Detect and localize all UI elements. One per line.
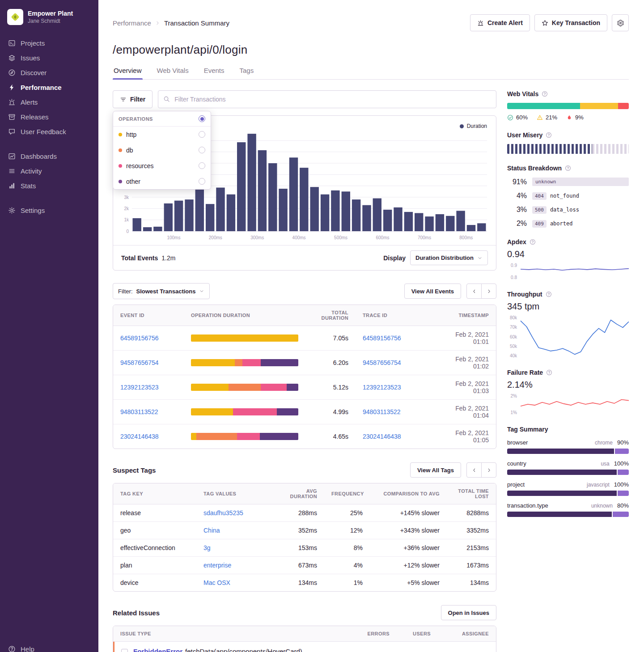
line-chart (520, 263, 629, 280)
tab-tags[interactable]: Tags (239, 67, 255, 79)
sidebar-item-releases[interactable]: Releases (0, 110, 98, 124)
settings-icon (8, 207, 16, 214)
trace-id-link[interactable]: 94803113522 (363, 408, 401, 415)
breadcrumb-performance[interactable]: Performance (113, 19, 151, 27)
tag-value-link[interactable]: 3g (203, 544, 211, 551)
frequency-cell: 25% (324, 504, 370, 521)
event-id-link[interactable]: 94587656754 (120, 359, 159, 366)
issue-checkbox[interactable] (121, 649, 128, 652)
tags-next-button[interactable] (481, 462, 496, 478)
failure-rate-section: Failure Rate 2.14% 2%1% (507, 369, 629, 415)
issue-type-link[interactable]: ForbiddenError (133, 648, 182, 652)
operation-item-resources[interactable]: resources (113, 158, 211, 174)
dashboards-icon (8, 152, 16, 160)
total-duration-cell: 4.99s (305, 403, 356, 420)
event-row: 230241464384.65s23024146438Feb 2, 2021 0… (113, 424, 496, 449)
svg-text:500ms: 500ms (334, 235, 347, 240)
key-transaction-button[interactable]: Key Transaction (534, 14, 607, 31)
events-prev-button[interactable] (466, 284, 482, 299)
sidebar-item-settings[interactable]: Settings (0, 203, 98, 218)
operations-dropdown: OPERATIONS httpdbresourcesother (113, 111, 211, 190)
open-in-issues-button[interactable]: Open in Issues (441, 605, 496, 620)
question-icon[interactable] (542, 91, 548, 97)
event-id-link[interactable]: 64589156756 (120, 334, 159, 342)
tags-prev-button[interactable] (466, 462, 482, 478)
filter-icon (120, 96, 127, 103)
sidebar-item-stats[interactable]: Stats (0, 178, 98, 193)
view-all-events-button[interactable]: View All Events (404, 284, 461, 299)
sidebar-item-performance[interactable]: Performance (0, 80, 98, 95)
event-id-link[interactable]: 94803113522 (120, 408, 158, 415)
tag-summary-key: project (507, 481, 525, 488)
web-vitals-stat: 60% (507, 114, 528, 121)
filter-row: Filter OPERATIONS httpdbresourcesother (113, 90, 496, 108)
side-column: Web Vitals 60%21%9% User Misery (507, 90, 629, 652)
status-code: 500 (532, 206, 547, 214)
status-row-not-found: 4%404not_found (507, 192, 629, 200)
releases-icon (8, 113, 16, 121)
chevron-right-icon (486, 467, 492, 473)
operation-radio[interactable] (199, 162, 205, 169)
web-vitals-segment-poor (618, 103, 629, 109)
operation-radio[interactable] (199, 178, 205, 185)
throughput-title: Throughput (507, 291, 542, 298)
sidebar-item-activity[interactable]: Activity (0, 164, 98, 178)
trace-id-link[interactable]: 12392123523 (363, 384, 401, 391)
sidebar-item-issues[interactable]: Issues (0, 51, 98, 65)
filter-button[interactable]: Filter (113, 90, 153, 108)
events-filter-label: Filter: (118, 288, 133, 295)
operation-item-other[interactable]: other (113, 174, 211, 189)
operations-all-radio[interactable] (199, 115, 205, 122)
question-icon[interactable] (565, 165, 571, 171)
operations-dropdown-header[interactable]: OPERATIONS (113, 111, 211, 127)
events-col-header: OPERATION DURATION (184, 308, 305, 323)
event-id-link[interactable]: 23024146438 (120, 433, 159, 440)
tab-events[interactable]: Events (203, 67, 225, 79)
apdex-title: Apdex (507, 238, 526, 246)
trace-id-link[interactable]: 64589156756 (363, 334, 401, 342)
trace-id-link[interactable]: 23024146438 (363, 433, 401, 440)
operation-color-dot (119, 164, 122, 168)
issues-col-header: ERRORS (354, 626, 397, 641)
settings-gear-button[interactable] (612, 14, 629, 31)
sidebar-item-help[interactable]: Help (0, 642, 98, 652)
operation-radio[interactable] (199, 131, 205, 138)
web-vitals-bar (507, 103, 629, 109)
events-filter-select[interactable]: Filter: Slowest Transactions (113, 283, 210, 299)
event-id-link[interactable]: 12392123523 (120, 384, 159, 391)
failure-rate-title-row: Failure Rate (507, 369, 629, 376)
question-icon[interactable] (546, 132, 552, 138)
event-row: 948031135224.99s94803113522Feb 2, 2021 0… (113, 400, 496, 424)
sidebar-nav-tertiary: Settings (0, 203, 98, 218)
operation-item-http[interactable]: http (113, 127, 211, 142)
display-select[interactable]: Duration Distribution (410, 250, 488, 265)
operation-item-db[interactable]: db (113, 142, 211, 158)
status-breakdown-section: Status Breakdown 91%unknown4%404not_foun… (507, 165, 629, 228)
throughput-chart: 80k70k60k50k40k (507, 315, 629, 358)
trace-id-link[interactable]: 94587656754 (363, 359, 401, 366)
question-icon[interactable] (546, 369, 552, 376)
view-all-tags-button[interactable]: View All Tags (410, 462, 461, 478)
tag-value-link[interactable]: sdaufhu35235 (203, 509, 243, 517)
question-icon[interactable] (546, 291, 552, 297)
events-next-button[interactable] (481, 284, 496, 299)
operation-radio[interactable] (199, 147, 205, 153)
tag-value-link[interactable]: Mac OSX (203, 579, 230, 586)
create-alert-button[interactable]: Create Alert (470, 14, 530, 31)
tag-value-link[interactable]: China (203, 527, 220, 534)
star-icon (542, 20, 548, 26)
tab-overview[interactable]: Overview (113, 67, 143, 79)
web-vitals-stat-label: 9% (575, 114, 584, 121)
org-switcher[interactable]: Empower Plant Jane Schmidt (0, 7, 98, 28)
search-input[interactable] (158, 90, 496, 108)
user-misery-title-row: User Misery (507, 131, 629, 139)
web-vitals-segment-meh (580, 103, 618, 109)
tag-value-link[interactable]: enterprise (203, 562, 231, 569)
tab-web-vitals[interactable]: Web Vitals (156, 67, 190, 79)
sidebar-item-alerts[interactable]: Alerts (0, 95, 98, 110)
question-icon[interactable] (530, 239, 536, 245)
sidebar-item-projects[interactable]: Projects (0, 36, 98, 51)
sidebar-item-user-feedback[interactable]: User Feedback (0, 124, 98, 139)
sidebar-item-discover[interactable]: Discover (0, 65, 98, 80)
sidebar-item-dashboards[interactable]: Dashboards (0, 149, 98, 164)
